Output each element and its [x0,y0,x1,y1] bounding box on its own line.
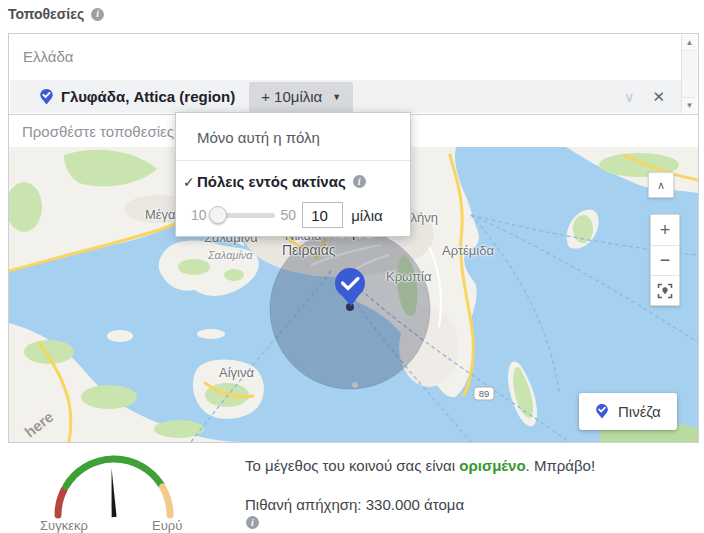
info-icon[interactable]: i [353,175,366,188]
recenter-button[interactable] [651,275,679,305]
list-scrollbar[interactable]: ▲ ▼ [681,35,697,113]
message-status: ορισμένο [459,457,525,474]
locations-list: Ελλάδα Γλυφάδα, Attica (region) + 10μίλι… [8,33,699,115]
chevron-up-icon: ∧ [657,179,665,192]
svg-text:89: 89 [479,388,490,399]
drop-pin-button[interactable]: Πινέζα [579,393,677,430]
zoom-out-button[interactable]: − [651,245,679,275]
location-pin-icon [595,403,609,420]
slider-max-label: 50 [281,207,297,223]
slider-handle[interactable] [209,206,227,224]
selected-location-row[interactable]: Γλυφάδα, Attica (region) + 10μίλια ▼ ∨ ✕ [10,80,681,113]
remove-location-icon[interactable]: ✕ [652,88,665,106]
location-pin-icon [39,88,54,106]
map-islet [107,330,133,342]
map-label-piraeus: Πειραιάς [282,242,335,258]
section-header: Τοποθεσίες i [8,6,104,22]
scroll-up-icon[interactable]: ▲ [682,35,697,51]
caret-down-icon: ▼ [332,92,341,102]
map-label-aegina: Αίγινα [219,365,254,380]
radius-option-label: Πόλεις εντός ακτίνας [197,173,346,190]
gauge-needle [109,468,117,517]
map-zoom-controls: + − [650,214,680,306]
map-collapse-button[interactable]: ∧ [648,172,674,198]
slider-min-label: 10 [191,207,207,223]
zoom-in-button[interactable]: + [651,215,679,245]
radius-popup: Μόνο αυτή η πόλη ✓ Πόλεις εντός ακτίνας … [175,112,411,237]
radius-dropdown-label: + 10μίλια [261,88,322,105]
gauge-arc-red [58,490,64,515]
audience-size-message: Το μέγεθος του κοινού σας είναι ορισμένο… [245,457,595,474]
radius-value-input[interactable] [302,202,343,228]
option-cities-within-radius[interactable]: ✓ Πόλεις εντός ακτίνας i [176,161,410,190]
option-city-only[interactable]: Μόνο αυτή η πόλη [176,113,410,160]
map-label-salamina-island: Σαλαμίνα [208,249,253,261]
location-group-country[interactable]: Ελλάδα [10,35,681,81]
map-islet [197,329,225,339]
info-icon[interactable]: i [91,8,104,21]
plus-icon: + [660,220,671,241]
radius-slider[interactable] [211,213,275,218]
drop-pin-label: Πινέζα [618,403,661,420]
map-label-artemida: Αρτέμιδα [442,243,494,258]
message-suffix: . Μπράβο! [526,457,596,474]
gauge-arc-green [66,459,161,486]
gauge-arc-tan [163,487,171,515]
road-badge: 89 [474,387,494,400]
meter-label-specific: Συγκεκρ [40,518,88,533]
info-icon[interactable]: i [246,516,259,529]
minus-icon: − [660,250,671,271]
radius-slider-row: 10 50 μίλια [176,190,410,228]
location-targeting-panel: Τοποθεσίες i Ελλάδα Γλυφάδα, Attica (reg… [0,0,704,533]
map-label-kropia: Κρωπία [386,269,431,284]
scroll-down-icon[interactable]: ▼ [682,97,697,113]
selected-location-name: Γλυφάδα, Attica (region) [61,88,235,105]
check-icon: ✓ [183,174,197,190]
potential-reach: Πιθανή απήχηση: 330.000 άτομα [245,496,464,513]
recenter-pin-icon [657,283,673,299]
chevron-down-icon[interactable]: ∨ [624,89,634,105]
meter-label-broad: Ευρύ [152,518,182,533]
section-title: Τοποθεσίες [8,6,84,22]
radius-unit-label: μίλια [351,207,382,224]
radius-dropdown-button[interactable]: + 10μίλια ▼ [249,82,353,112]
message-prefix: Το μέγεθος του κοινού σας είναι [245,457,459,474]
